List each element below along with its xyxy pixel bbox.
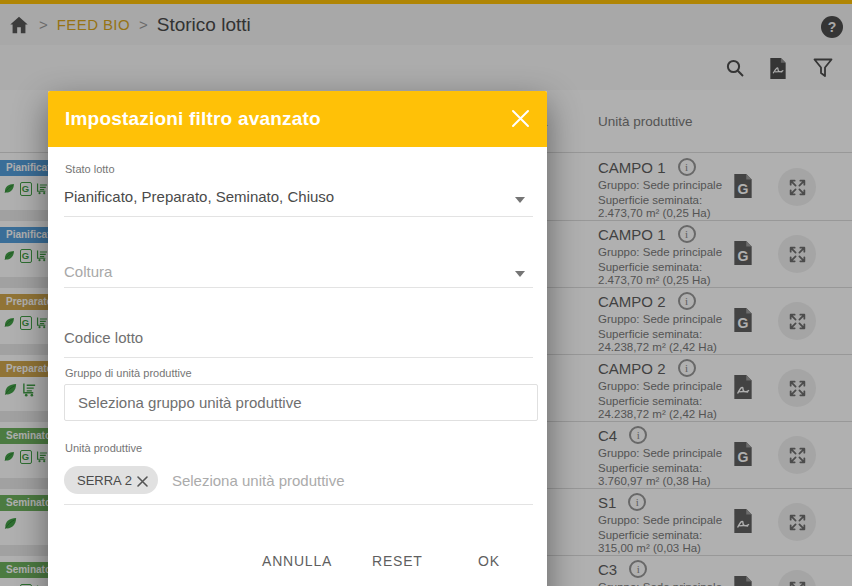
field-underline <box>64 287 533 288</box>
coltura-select[interactable]: Coltura <box>64 263 112 280</box>
gruppo-select-box[interactable] <box>64 384 538 421</box>
modal-title: Impostazioni filtro avanzato <box>65 108 321 130</box>
field-underline <box>64 504 533 505</box>
field-underline <box>64 357 533 358</box>
stato-lotto-label: Stato lotto <box>65 163 115 175</box>
chip-label: SERRA 2 <box>77 473 132 488</box>
serra-2-chip[interactable]: SERRA 2 <box>64 466 158 494</box>
modal-header: Impostazioni filtro avanzato <box>48 91 547 147</box>
codice-lotto-input[interactable] <box>64 329 533 346</box>
close-icon[interactable] <box>511 109 530 128</box>
unita-label: Unità produttive <box>65 442 142 454</box>
unita-input[interactable] <box>172 472 533 489</box>
reset-button[interactable]: RESET <box>372 546 423 576</box>
ok-button[interactable]: OK <box>478 546 500 576</box>
gruppo-label: Gruppo di unità produttive <box>65 367 192 379</box>
field-underline <box>64 216 533 217</box>
remove-chip-icon[interactable] <box>136 474 149 487</box>
unita-chip-row: SERRA 2 <box>64 465 533 495</box>
stato-lotto-select[interactable]: Pianificato, Preparato, Seminato, Chiuso <box>64 188 334 205</box>
annulla-button[interactable]: ANNULLA <box>262 546 332 576</box>
advanced-filter-modal: Impostazioni filtro avanzato Stato lotto… <box>48 91 547 586</box>
gruppo-input[interactable] <box>65 385 537 420</box>
chevron-down-icon[interactable] <box>515 271 525 277</box>
chevron-down-icon[interactable] <box>515 197 525 203</box>
